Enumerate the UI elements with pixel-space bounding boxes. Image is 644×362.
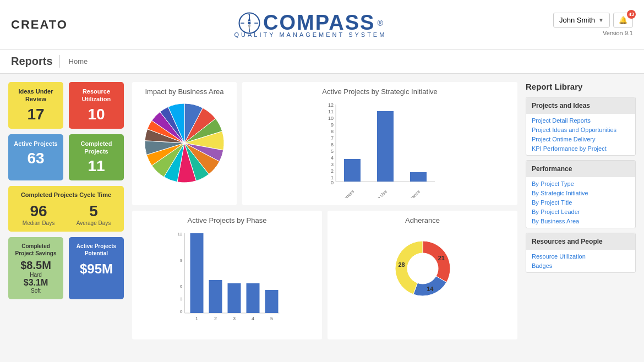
breadcrumb: Reports Home (0, 50, 644, 74)
charts-panel: Impact by Business Area Active Projects … (132, 82, 517, 339)
report-link-1-4[interactable]: By Business Area (532, 218, 630, 224)
svg-text:11: 11 (328, 109, 334, 114)
kpi-panel: Ideas Under Review 17 Resource Utilizati… (8, 82, 124, 339)
report-link-2-0[interactable]: Resource Utilization (532, 253, 630, 260)
savings-soft-val: $3.1M (14, 278, 58, 288)
svg-text:12: 12 (178, 232, 183, 237)
kpi-potential: Active Projects Potential $95M (69, 237, 124, 299)
report-section-2: Resources and PeopleResource Utilization… (526, 233, 636, 273)
kpi-cycle-avg: 5 Average Days (69, 202, 118, 226)
strategic-chart-title: Active Projects by Strategic Initiative (248, 87, 512, 96)
page-title: Reports (11, 55, 60, 68)
report-section-header-2: Resources and People (526, 233, 635, 250)
svg-text:Effective Resource Use: Effective Resource Use (352, 189, 389, 198)
pie-container (138, 99, 231, 187)
kpi-completed-savings: Completed Project Savings $8.5M Hard $3.… (8, 237, 63, 299)
notification-badge: 43 (627, 10, 636, 19)
kpi-cycle-time: Completed Projects Cycle Time 96 Median … (8, 186, 124, 232)
kpi-cycle-median-label: Median Days (14, 220, 63, 226)
svg-text:N: N (248, 13, 250, 16)
kpi-row-1: Ideas Under Review 17 Resource Utilizati… (8, 82, 124, 129)
impact-chart-box: Impact by Business Area (132, 82, 237, 205)
kpi-cycle-median-val: 96 (14, 202, 63, 220)
kpi-active-label: Active Projects (14, 140, 58, 147)
svg-text:6: 6 (331, 142, 334, 147)
report-link-2-1[interactable]: Badges (532, 262, 630, 269)
bell-icon: 🔔 (619, 16, 627, 24)
breadcrumb-home[interactable]: Home (69, 57, 88, 65)
savings-soft-label: Soft (14, 288, 58, 294)
svg-text:2: 2 (214, 316, 217, 321)
kpi-resource: Resource Utilization 10 (69, 82, 124, 129)
kpi-active-projects: Active Projects 63 (8, 134, 63, 181)
kpi-cycle-avg-val: 5 (69, 202, 118, 220)
adherance-donut-svg: 211428 (384, 230, 461, 307)
report-link-0-1[interactable]: Project Ideas and Opportunities (532, 127, 630, 133)
compass-logo: N COMPASS ® QUALITY MANAGEMENT SYSTEM (234, 11, 387, 38)
svg-rect-38 (209, 280, 222, 313)
report-sections: Projects and IdeasProject Detail Reports… (526, 97, 636, 273)
report-link-1-2[interactable]: By Project Title (532, 199, 630, 206)
main-content: Ideas Under Review 17 Resource Utilizati… (0, 74, 644, 348)
svg-text:9: 9 (331, 122, 334, 128)
user-bell-area: John Smith ▼ 🔔 43 (553, 13, 633, 28)
svg-text:3: 3 (233, 316, 236, 321)
user-name: John Smith (559, 16, 595, 24)
kpi-cycle-median: 96 Median Days (14, 202, 63, 226)
kpi-ideas-value: 17 (14, 106, 58, 123)
svg-text:12: 12 (328, 102, 334, 108)
kpi-resource-label: Resource Utilization (74, 87, 118, 103)
version-text: Version 9.1 (603, 30, 633, 36)
header-right: John Smith ▼ 🔔 43 Version 9.1 (553, 13, 633, 36)
kpi-ideas-label: Ideas Under Review (14, 87, 58, 103)
svg-text:8: 8 (331, 129, 334, 134)
adherance-chart-box: Adherance 211428 (328, 211, 517, 339)
svg-text:Financial Performance: Financial Performance (386, 189, 421, 198)
report-library: Report Library Projects and IdeasProject… (526, 82, 636, 339)
savings-label: Completed Project Savings (14, 243, 58, 257)
report-section-header-1: Performance (526, 161, 635, 177)
logo-area: CREATO (11, 18, 68, 32)
report-link-1-1[interactable]: By Strategic Initiative (532, 190, 630, 196)
notification-bell-button[interactable]: 🔔 43 (613, 13, 633, 28)
svg-text:6: 6 (180, 284, 183, 289)
report-link-0-3[interactable]: KPI Performance by Project (532, 145, 630, 152)
svg-text:9: 9 (180, 258, 183, 263)
report-link-0-0[interactable]: Project Detail Reports (532, 117, 630, 124)
report-section-1: PerformanceBy Project TypeBy Strategic I… (526, 160, 636, 228)
svg-text:5: 5 (331, 149, 334, 154)
svg-text:14: 14 (427, 286, 434, 292)
svg-text:21: 21 (438, 255, 444, 261)
compass-subtitle: QUALITY MANAGEMENT SYSTEM (234, 31, 387, 38)
report-links-1: By Project TypeBy Strategic InitiativeBy… (526, 177, 635, 228)
header: CREATO N COMPASS ® QUALITY MANAGEMENT SY… (0, 0, 644, 50)
svg-marker-7 (248, 24, 251, 30)
potential-value: $95M (74, 261, 118, 277)
report-link-1-0[interactable]: By Project Type (532, 180, 630, 187)
report-library-title: Report Library (526, 82, 636, 91)
svg-text:7: 7 (331, 135, 334, 141)
user-menu-button[interactable]: John Smith ▼ (553, 13, 610, 28)
charts-top-row: Impact by Business Area Active Projects … (132, 82, 517, 205)
svg-text:2: 2 (331, 168, 334, 174)
kpi-cycle-title: Completed Projects Cycle Time (14, 191, 118, 198)
report-links-0: Project Detail ReportsProject Ideas and … (526, 114, 635, 155)
report-section-header-0: Projects and Ideas (526, 97, 635, 114)
kpi-savings-row: Completed Project Savings $8.5M Hard $3.… (8, 237, 124, 299)
report-link-0-2[interactable]: Project Ontime Delivery (532, 136, 630, 142)
svg-rect-41 (265, 290, 279, 313)
svg-text:0: 0 (180, 309, 183, 314)
svg-text:10: 10 (328, 116, 334, 121)
kpi-completed-label: Completed Projects (74, 140, 118, 156)
adherance-donut-container: 211428 (333, 230, 512, 307)
potential-label: Active Projects Potential (74, 243, 118, 257)
svg-rect-25 (377, 111, 394, 182)
report-link-1-3[interactable]: By Project Leader (532, 209, 630, 215)
adherance-chart-title: Adherance (333, 216, 512, 224)
kpi-resource-value: 10 (74, 106, 118, 123)
savings-hard-label: Hard (14, 272, 58, 278)
kpi-cycle-row: 96 Median Days 5 Average Days (14, 202, 118, 226)
savings-hard-val: $8.5M (14, 259, 58, 272)
svg-text:3: 3 (180, 297, 183, 301)
dropdown-arrow-icon: ▼ (598, 17, 604, 23)
